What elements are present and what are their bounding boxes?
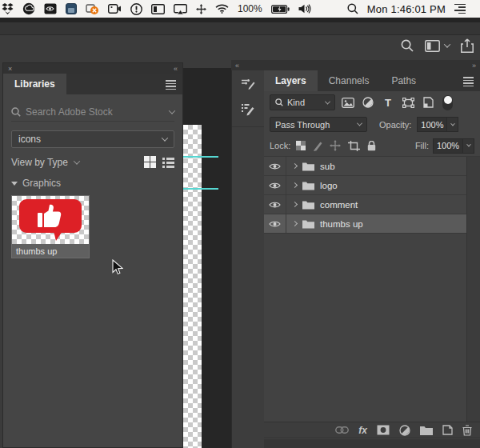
lock-pixels-icon[interactable]	[313, 141, 322, 151]
tab-layers[interactable]: Layers	[264, 70, 318, 91]
layers-scrollbar[interactable]	[466, 157, 480, 422]
asset-tile-thumbs-up[interactable]: thumbs up	[11, 195, 90, 258]
layer-name[interactable]: comment	[320, 200, 358, 210]
search-input[interactable]	[26, 106, 165, 118]
opacity-dropdown-button[interactable]	[446, 117, 458, 132]
opacity-label: Opacity:	[379, 120, 411, 130]
panel-menu-icon[interactable]	[463, 77, 474, 86]
filter-type-layers-icon[interactable]: T	[381, 97, 395, 109]
expand-group-icon[interactable]	[292, 202, 298, 207]
lock-transparency-icon[interactable]	[296, 141, 306, 150]
visibility-eye-icon[interactable]	[264, 176, 286, 194]
fill-dropdown-button[interactable]	[462, 138, 474, 154]
lock-label: Lock:	[270, 141, 290, 150]
move-icon[interactable]	[196, 2, 206, 15]
layer-mask-icon[interactable]	[377, 425, 390, 435]
adjustment-layer-icon[interactable]	[399, 425, 410, 436]
expand-group-icon[interactable]	[292, 221, 298, 226]
library-search[interactable]	[11, 102, 174, 122]
chevron-down-icon[interactable]	[169, 107, 175, 114]
group-folder-icon	[302, 181, 314, 190]
layer-row-thumbs-up[interactable]: thumbs up	[264, 214, 466, 234]
menubar-clock[interactable]: Mon 1:46:01 PM	[367, 3, 446, 15]
filter-pixel-layers-icon[interactable]	[341, 98, 355, 108]
nvidia-icon[interactable]	[44, 2, 57, 15]
lock-position-icon[interactable]	[330, 140, 341, 151]
sync-error-icon[interactable]	[86, 2, 99, 15]
lock-artboard-icon[interactable]	[348, 141, 360, 151]
guide-line[interactable]	[183, 156, 218, 158]
tab-channels[interactable]: Channels	[318, 70, 381, 91]
wifi-icon[interactable]	[215, 2, 229, 15]
expand-dock-icon[interactable]: »	[472, 62, 476, 70]
layer-name[interactable]: sub	[320, 162, 335, 171]
dropbox-icon[interactable]	[2, 2, 14, 15]
document-transparency[interactable]	[183, 125, 202, 448]
view-by-row: View by Type	[11, 156, 174, 168]
filter-adjustment-layers-icon[interactable]	[361, 97, 375, 108]
tab-libraries[interactable]: Libraries	[3, 74, 66, 94]
search-icon[interactable]	[401, 39, 414, 52]
link-layers-icon[interactable]	[335, 426, 349, 434]
filter-smart-objects-icon[interactable]	[421, 97, 435, 108]
visibility-eye-icon[interactable]	[264, 214, 286, 233]
display-icon[interactable]	[151, 2, 165, 15]
layers-tabbar: Layers Channels Paths	[264, 70, 480, 91]
parallels-icon[interactable]	[66, 3, 77, 14]
chevron-down-icon[interactable]	[74, 158, 80, 164]
panel-menu-icon[interactable]	[166, 80, 176, 90]
expand-group-icon[interactable]	[292, 182, 298, 188]
tab-paths[interactable]: Paths	[380, 70, 427, 91]
volume-icon[interactable]	[298, 2, 311, 15]
layer-name[interactable]: thumbs up	[320, 219, 363, 229]
battery-icon[interactable]	[271, 2, 290, 15]
filter-kind-value: Kind	[287, 98, 305, 107]
filter-shape-layers-icon[interactable]	[401, 98, 415, 108]
graphics-section-header[interactable]: Graphics	[11, 178, 174, 189]
camera-icon[interactable]	[108, 2, 122, 15]
new-layer-icon[interactable]	[442, 425, 453, 435]
libraries-tabbar: Libraries	[3, 74, 182, 94]
brush-presets-icon[interactable]	[236, 101, 260, 118]
layer-name[interactable]: logo	[320, 181, 338, 190]
delete-layer-icon[interactable]	[462, 425, 472, 436]
libraries-panel: × « Libraries icons View by Type Graphic…	[2, 62, 183, 448]
library-select[interactable]: icons	[11, 130, 174, 148]
grid-view-icon[interactable]	[144, 156, 156, 168]
blend-mode-dropdown[interactable]: Pass Through	[270, 117, 367, 132]
visibility-eye-icon[interactable]	[264, 195, 286, 214]
filter-toggle[interactable]	[442, 95, 453, 110]
visibility-eye-icon[interactable]	[264, 157, 286, 175]
notification-center-icon[interactable]	[454, 2, 466, 15]
asset-label: thumbs up	[12, 244, 89, 258]
macos-menu-bar: 100% Mon 1:46:01 PM	[0, 0, 480, 18]
close-icon[interactable]: ×	[8, 65, 12, 73]
new-group-icon[interactable]	[420, 426, 433, 435]
workspace-switcher-icon[interactable]	[425, 40, 440, 52]
fill-value[interactable]: 100%	[433, 138, 462, 154]
section-label: Graphics	[22, 178, 61, 189]
guide-line[interactable]	[183, 188, 218, 190]
collapse-panel-icon[interactable]: «	[174, 65, 178, 73]
chevron-down-icon[interactable]	[444, 41, 450, 47]
list-view-icon[interactable]	[162, 156, 174, 168]
layer-style-icon[interactable]: fx	[358, 425, 367, 436]
layer-row-comment[interactable]: comment	[264, 195, 466, 214]
airplay-icon[interactable]	[174, 2, 187, 15]
layer-row-sub[interactable]: sub	[264, 157, 466, 176]
spotlight-icon[interactable]	[347, 2, 358, 15]
opacity-value[interactable]: 100%	[417, 117, 446, 132]
creative-cloud-icon[interactable]	[22, 2, 35, 15]
view-by-label[interactable]: View by Type	[11, 157, 68, 168]
libraries-panel-titlebar: × «	[3, 63, 182, 74]
layer-row-logo[interactable]: logo	[264, 176, 466, 195]
share-icon[interactable]	[461, 38, 474, 53]
collapse-dock-icon[interactable]: «	[235, 62, 239, 70]
expand-group-icon[interactable]	[292, 163, 298, 169]
onepassword-icon[interactable]	[130, 2, 142, 15]
lock-all-icon[interactable]	[367, 141, 376, 151]
opacity-control[interactable]: 100%	[417, 117, 458, 132]
filter-kind-dropdown[interactable]: Kind	[270, 94, 335, 110]
brush-settings-icon[interactable]	[236, 75, 260, 93]
fill-control[interactable]: 100%	[433, 138, 474, 154]
